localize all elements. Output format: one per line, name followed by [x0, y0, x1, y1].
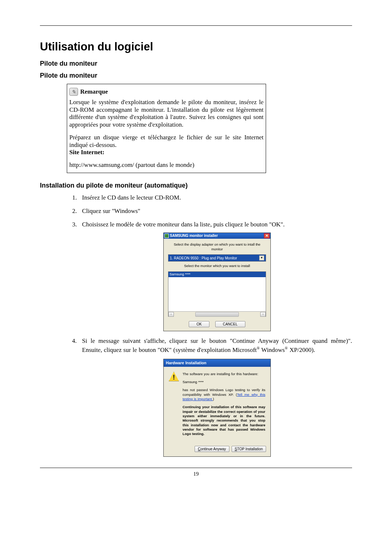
scroll-right-icon[interactable]: › — [260, 312, 266, 317]
cancel-button[interactable]: CANCEL — [215, 321, 245, 327]
hw-text-line2: Samsung **** — [183, 380, 265, 384]
remarque-paragraph-2: Préparez un disque vierge et téléchargez… — [69, 134, 264, 156]
remarque-box: ✎ Remarque Lorsque le système d'exploita… — [67, 84, 266, 173]
remarque-title: Remarque — [80, 88, 108, 95]
installer-title: SAMSUNG monitor installer — [170, 233, 218, 238]
page-title: Utilisation du logiciel — [40, 40, 352, 53]
hw-text-3b: ) — [213, 397, 214, 401]
horizontal-scrollbar[interactable]: ‹ › — [168, 311, 266, 317]
installer-label-1: Select the display adapter on which you … — [168, 242, 266, 252]
monitor-selected-item[interactable]: Samsung **** — [168, 272, 266, 277]
stop-rest: TOP Installation — [237, 447, 263, 451]
installer-dialog: SAMSUNG monitor installer ✕ Select the d… — [163, 233, 271, 331]
installer-label-2: Select the monitor which you want to ins… — [168, 264, 266, 268]
site-internet-label: Site Internet: — [69, 149, 105, 156]
registered-mark-1: ® — [257, 346, 260, 350]
continue-anyway-button[interactable]: Continue Anyway — [195, 446, 229, 452]
subheading-2: Pilote du moniteur — [40, 72, 352, 79]
remarque-url: http://www.samsung.com/ (partout dans le… — [69, 161, 264, 169]
warning-icon: ! — [169, 372, 179, 381]
step-1: Insérez le CD dans le lecteur CD-ROM. — [78, 194, 352, 202]
close-icon[interactable]: ✕ — [264, 233, 270, 238]
stop-installation-button[interactable]: STOP Installation — [232, 446, 266, 452]
hw-text-line1: The software you are installing for this… — [183, 372, 265, 376]
adapter-dropdown[interactable]: 1. RADEON 9550 : Plug and Play Monitor ▼ — [168, 254, 266, 262]
chevron-down-icon[interactable]: ▼ — [259, 255, 264, 260]
subheading-1: Pilote du moniteur — [40, 60, 352, 67]
remarque-prep-text: Préparez un disque vierge et téléchargez… — [69, 134, 264, 148]
continue-rest: ontinue Anyway — [200, 447, 226, 451]
page-number: 19 — [40, 471, 352, 477]
scroll-left-icon[interactable]: ‹ — [168, 312, 174, 317]
hw-warning-bold: Continuing your installation of this sof… — [183, 405, 265, 436]
adapter-selected-value: 1. RADEON 9550 : Plug and Play Monitor — [170, 256, 237, 261]
install-heading: Installation du pilote de moniteur (auto… — [40, 182, 352, 189]
step-3-text: Choisissez le modèle de votre moniteur d… — [82, 221, 285, 228]
step-2: Cliquez sur "Windows" — [78, 207, 352, 216]
remarque-paragraph-1: Lorsque le système d'exploitation demand… — [69, 99, 264, 129]
top-horizontal-rule — [40, 25, 352, 26]
ok-button[interactable]: OK — [189, 321, 209, 327]
installer-titlebar: SAMSUNG monitor installer ✕ — [164, 233, 270, 239]
bottom-horizontal-rule — [40, 468, 352, 468]
monitor-listbox[interactable]: Samsung **** ‹ › — [168, 271, 266, 317]
hw-titlebar: Hardware Installation — [164, 359, 270, 367]
registered-mark-2: ® — [285, 346, 288, 350]
step-3: Choisissez le modèle de votre moniteur d… — [78, 221, 352, 331]
hardware-installation-dialog: Hardware Installation ! The software you… — [163, 359, 271, 457]
step-4-text-c: XP/2000). — [288, 346, 315, 353]
step-4-text-b: Windows — [260, 346, 285, 353]
scroll-thumb[interactable] — [195, 312, 239, 317]
installer-app-icon — [164, 234, 169, 238]
note-icon: ✎ — [69, 88, 78, 96]
hw-text-line3: has not passed Windows Logo testing to v… — [183, 388, 265, 401]
step-4: Si le message suivant s'affiche, cliquez… — [78, 337, 352, 457]
